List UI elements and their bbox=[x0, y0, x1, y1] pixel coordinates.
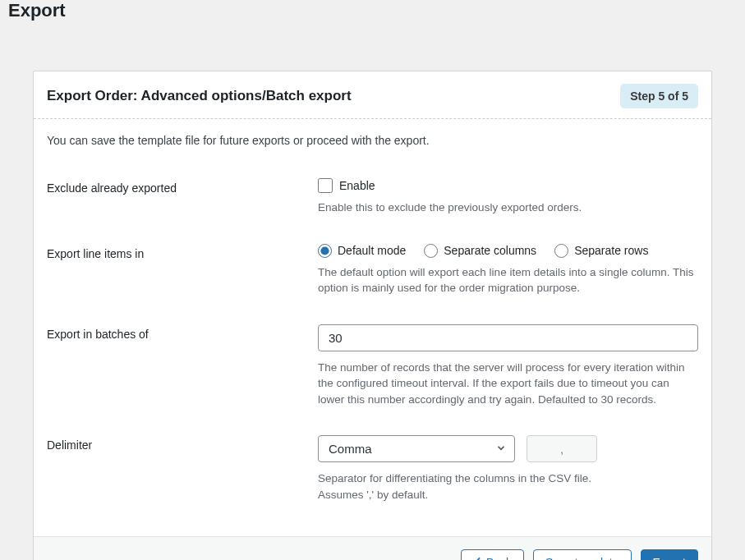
panel-title: Export Order: Advanced options/Batch exp… bbox=[47, 88, 352, 104]
chevron-left-icon bbox=[473, 556, 484, 561]
row-batches: Export in batches of The number of recor… bbox=[47, 324, 698, 408]
help-delimiter: Separator for differentiating the column… bbox=[318, 470, 698, 503]
checkbox-exclude-exported-label: Enable bbox=[339, 179, 375, 192]
row-delimiter: Delimiter Comma Separator for differenti… bbox=[47, 435, 698, 503]
select-delimiter[interactable]: Comma bbox=[318, 435, 515, 462]
export-panel: Export Order: Advanced options/Batch exp… bbox=[33, 71, 712, 560]
radio-default-mode-label: Default mode bbox=[338, 244, 406, 257]
help-exclude-exported: Enable this to exclude the previously ex… bbox=[318, 200, 698, 216]
radio-default-mode-input[interactable] bbox=[318, 244, 332, 258]
save-template-button[interactable]: Save template bbox=[533, 549, 632, 561]
radio-default-mode[interactable]: Default mode bbox=[318, 244, 406, 258]
help-batches: The number of records that the server wi… bbox=[318, 360, 698, 408]
panel-footer: Back Save template Export bbox=[34, 536, 711, 561]
panel-body: You can save the template file for futur… bbox=[34, 119, 711, 536]
label-batches: Export in batches of bbox=[47, 324, 318, 341]
radio-separate-rows[interactable]: Separate rows bbox=[554, 244, 648, 258]
back-button[interactable]: Back bbox=[461, 549, 524, 561]
panel-header: Export Order: Advanced options/Batch exp… bbox=[34, 71, 711, 119]
radio-separate-rows-label: Separate rows bbox=[574, 244, 648, 257]
delimiter-char-display bbox=[527, 435, 597, 462]
row-exclude-exported: Exclude already exported Enable Enable t… bbox=[47, 178, 698, 216]
label-delimiter: Delimiter bbox=[47, 435, 318, 452]
label-line-items: Export line items in bbox=[47, 244, 318, 260]
help-line-items: The default option will export each line… bbox=[318, 264, 698, 296]
radio-separate-columns-label: Separate columns bbox=[444, 244, 536, 257]
input-batches[interactable] bbox=[318, 324, 698, 351]
label-exclude-exported: Exclude already exported bbox=[47, 178, 318, 195]
intro-text: You can save the template file for futur… bbox=[47, 134, 698, 147]
radio-separate-rows-input[interactable] bbox=[554, 244, 568, 258]
back-button-label: Back bbox=[486, 556, 512, 561]
export-button[interactable]: Export bbox=[641, 549, 698, 561]
step-badge: Step 5 of 5 bbox=[620, 84, 698, 108]
checkbox-exclude-exported[interactable] bbox=[318, 178, 333, 193]
radio-separate-columns-input[interactable] bbox=[424, 244, 438, 258]
page-title: Export bbox=[0, 0, 745, 21]
radio-separate-columns[interactable]: Separate columns bbox=[424, 244, 536, 258]
row-line-items: Export line items in Default mode Separa… bbox=[47, 244, 698, 296]
